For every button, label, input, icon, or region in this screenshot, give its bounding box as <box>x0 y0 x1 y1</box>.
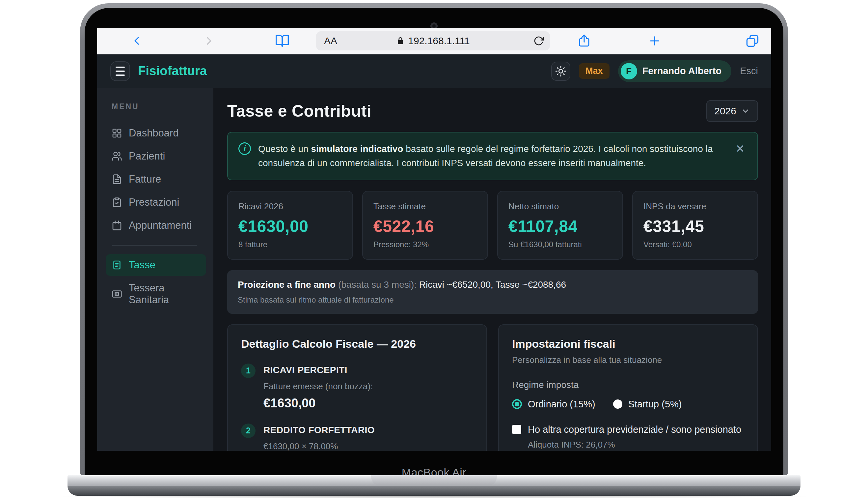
step-formula: Fatture emesse (non bozza): <box>263 381 373 391</box>
share-button[interactable] <box>577 34 591 48</box>
calc-step-2: 2 REDDITO FORFETTARIO €1630,00 × 78.00% … <box>241 425 473 451</box>
refresh-icon <box>533 36 544 46</box>
tabs-icon <box>745 34 760 48</box>
sidebar-item-label: Tasse <box>129 259 155 271</box>
chevron-down-icon <box>741 107 750 116</box>
sidebar-item-dashboard[interactable]: Dashboard <box>106 122 206 144</box>
stat-value: €331,45 <box>643 217 747 236</box>
calendar-icon <box>112 220 122 231</box>
stat-sub: Versati: €0,00 <box>643 240 747 249</box>
step-value: €1630,00 <box>263 396 373 410</box>
projection-values: Ricavi ~€6520,00, Tasse ~€2088,66 <box>417 280 566 290</box>
sidebar-item-tasse[interactable]: Tasse <box>106 254 206 276</box>
info-banner-text: Questo è un simulatore indicativo basato… <box>258 142 725 170</box>
laptop-base-bottom <box>67 486 801 496</box>
address-bar[interactable]: AA 192.168.1.111 <box>316 31 550 50</box>
stat-value: €522,16 <box>374 217 477 236</box>
plus-icon <box>648 34 662 48</box>
grid-icon <box>112 128 122 138</box>
step-title: REDDITO FORFETTARIO <box>263 425 375 435</box>
app-logo: Fisiofattura <box>138 64 207 78</box>
tax-settings-panel: Impostazioni fiscali Personalizza in bas… <box>498 324 758 451</box>
radio-ordinario[interactable]: Ordinario (15%) <box>512 399 595 410</box>
projection-banner: Proiezione a fine anno (basata su 3 mesi… <box>227 270 758 314</box>
sidebar-item-tessera-sanitaria[interactable]: Tessera Sanitaria <box>106 277 206 311</box>
sun-icon <box>555 65 566 77</box>
radio-startup[interactable]: Startup (5%) <box>613 399 682 410</box>
projection-basis: (basata su 3 mesi): <box>336 280 417 290</box>
avatar: F <box>621 63 637 80</box>
stat-label: Tasse stimate <box>374 202 477 211</box>
logout-link[interactable]: Esci <box>740 65 758 76</box>
theme-toggle-button[interactable] <box>551 62 570 81</box>
plan-badge: Max <box>579 63 609 79</box>
browser-toolbar: AA 192.168.1.111 <box>97 28 771 54</box>
info-banner: i Questo è un simulatore indicativo basa… <box>227 132 758 180</box>
sidebar-item-prestazioni[interactable]: Prestazioni <box>106 192 206 213</box>
radio-unselected-icon <box>613 400 622 409</box>
new-tab-button[interactable] <box>648 34 662 48</box>
sidebar-item-pazienti[interactable]: Pazienti <box>106 145 206 167</box>
browser-back-button[interactable] <box>130 34 143 47</box>
sidebar-item-appuntamenti[interactable]: Appuntamenti <box>106 215 206 236</box>
stat-sub: Su €1630,00 fatturati <box>508 240 612 249</box>
lock-icon <box>396 37 405 45</box>
regime-radio-group: Ordinario (15%) Startup (5%) <box>512 399 744 410</box>
stat-cards: Ricavi 2026 €1630,00 8 fatture Tasse sti… <box>227 191 758 260</box>
card-icon <box>112 289 122 299</box>
chevron-left-icon <box>130 34 143 47</box>
browser-forward-button[interactable] <box>202 34 216 47</box>
page-title: Tasse e Contributi <box>227 101 372 121</box>
stat-value: €1630,00 <box>238 217 342 236</box>
detail-panel-title: Dettaglio Calcolo Fiscale — 2026 <box>241 338 473 350</box>
book-icon <box>275 34 289 48</box>
tabs-overview-button[interactable] <box>745 34 760 48</box>
laptop-base <box>67 475 801 486</box>
refresh-button[interactable] <box>533 36 544 46</box>
stat-card-netto: Netto stimato €1107,84 Su €1630,00 fattu… <box>497 191 623 260</box>
reader-text-size-button[interactable]: AA <box>324 35 337 47</box>
stat-label: Ricavi 2026 <box>238 202 342 211</box>
checkbox-label: Ho altra copertura previdenziale / sono … <box>528 424 741 435</box>
chevron-right-icon <box>202 34 216 47</box>
document-icon <box>112 174 122 185</box>
other-coverage-checkbox[interactable]: Ho altra copertura previdenziale / sono … <box>512 424 744 435</box>
user-menu[interactable]: F Fernando Alberto <box>618 60 732 82</box>
stat-label: Netto stimato <box>508 202 612 211</box>
stat-sub: Pressione: 32% <box>374 240 477 249</box>
app-root: Fisiofattura Max F Fernando Alberto Esci <box>97 54 771 451</box>
menu-toggle-button[interactable] <box>110 61 130 81</box>
url-text: 192.168.1.111 <box>408 35 469 47</box>
app-header: Fisiofattura Max F Fernando Alberto Esci <box>97 54 771 88</box>
year-select[interactable]: 2026 <box>706 100 758 122</box>
stat-sub: 8 fatture <box>238 240 342 249</box>
aliquota-note: Aliquota INPS: 26,07% <box>528 440 744 450</box>
bookmarks-button[interactable] <box>275 34 289 48</box>
users-icon <box>112 151 122 161</box>
screen: AA 192.168.1.111 <box>97 28 771 451</box>
sidebar-section-label: MENU <box>112 102 205 111</box>
step-title: RICAVI PERCEPITI <box>263 365 373 375</box>
checkbox-icon <box>512 425 521 434</box>
sidebar-divider <box>112 245 197 245</box>
sidebar-item-label: Dashboard <box>129 127 179 139</box>
share-icon <box>577 34 591 48</box>
projection-title: Proiezione a fine anno <box>238 280 336 290</box>
settings-panel-title: Impostazioni fiscali <box>512 338 744 350</box>
step-number: 2 <box>241 424 255 438</box>
sidebar-item-label: Prestazioni <box>129 196 179 208</box>
radio-label: Ordinario (15%) <box>528 399 595 410</box>
receipt-icon <box>112 260 122 270</box>
stat-value: €1107,84 <box>508 217 612 236</box>
step-formula: €1630,00 × 78.00% <box>263 441 375 451</box>
clipboard-check-icon <box>112 197 122 208</box>
sidebar: MENU Dashboard Pazienti Fatture <box>97 88 213 451</box>
close-icon[interactable]: ✕ <box>735 143 745 154</box>
tax-detail-panel: Dettaglio Calcolo Fiscale — 2026 1 RICAV… <box>227 324 487 451</box>
year-select-value: 2026 <box>714 106 736 117</box>
radio-label: Startup (5%) <box>628 399 682 410</box>
sidebar-item-fatture[interactable]: Fatture <box>106 168 206 190</box>
laptop-base-notch <box>371 475 497 486</box>
stat-card-inps: INPS da versare €331,45 Versati: €0,00 <box>632 191 758 260</box>
stat-label: INPS da versare <box>643 202 747 211</box>
